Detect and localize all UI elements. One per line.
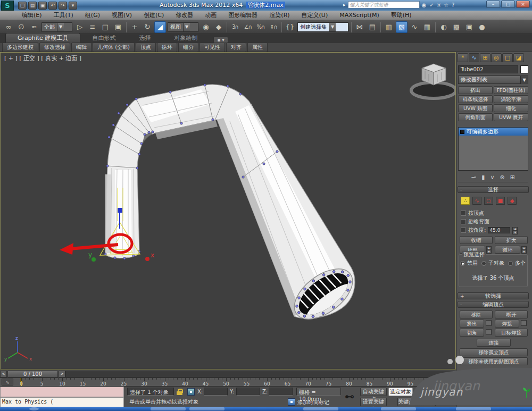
render-setup-icon[interactable]: ▩ [451,21,462,33]
bind-to-space-warp-icon[interactable]: ≈ [28,21,40,33]
taskbar-app[interactable] [303,407,338,410]
menu-item-4[interactable]: 创建(C) [138,11,170,20]
start-orb[interactable] [29,407,39,410]
y-coord-field[interactable] [236,388,260,396]
chevron-down-icon[interactable]: ▼ [57,23,64,31]
create-tab[interactable]: * [458,53,468,62]
modifier-shortcut-button-3[interactable]: 涡轮平滑 [494,95,528,103]
select-by-name-icon[interactable]: ≡ [87,21,98,33]
rectangular-selection-region-icon[interactable]: □ [99,21,111,33]
menu-item-10[interactable]: MAXScript(M) [334,11,385,20]
close-button[interactable]: × [516,1,530,8]
modifier-shortcut-button-0[interactable]: 挤出 [458,86,493,94]
weld-settings-icon[interactable] [521,320,527,326]
modifier-shortcut-button-1[interactable]: FFD(圆柱体) [494,86,528,94]
element-subobject-icon[interactable]: ◆ [508,197,517,205]
edge-subobject-icon[interactable]: ∿ [472,197,481,205]
modifier-shortcut-button-4[interactable]: UVW 贴图 [458,104,493,112]
shrink-button[interactable]: 收缩 [460,236,493,244]
mirror-icon[interactable]: ⋈ [354,21,365,33]
set-key-button[interactable]: 设置关键点 [360,398,387,406]
remove-vertex-button[interactable]: 移除 [460,311,493,318]
redo-icon[interactable]: ↷ [59,2,67,10]
menu-item-7[interactable]: 图形编辑器 [222,11,263,20]
select-and-move-icon[interactable]: + [129,21,140,33]
hierarchy-tab[interactable]: ⊞ [480,53,491,62]
maxscript-mini-listener[interactable] [0,387,124,397]
undo-icon[interactable]: ↶ [48,2,57,10]
connect-button[interactable]: 连接 [477,339,511,347]
toolbar-options-icon[interactable]: ▾ [69,2,77,10]
unlink-selection-icon[interactable]: ∅ [15,21,27,33]
edit-named-selection-sets-icon[interactable]: {} [284,21,296,33]
modifier-stack[interactable]: 可编辑多边形 [458,127,528,171]
layer-manager-icon[interactable]: ▥ [383,21,395,33]
app-logo-icon[interactable]: S [1,1,14,11]
by-angle-checkbox[interactable]: 按角度: 45.0 ▲▼ [461,227,518,234]
menu-item-9[interactable]: 自定义(U) [296,11,334,20]
preview-radio-0[interactable]: 禁用 [460,259,478,267]
ribbon-panel-3[interactable]: 几何体 (全部) [93,43,135,52]
new-file-icon[interactable]: □ [18,2,27,10]
make-unique-icon[interactable]: ∨ [490,174,494,181]
angle-snap-icon[interactable]: ∠∩ [242,21,254,33]
loop-spinner[interactable]: ▲▼ [521,246,527,253]
favorites-star-icon[interactable]: ☆ [444,2,448,8]
time-slider-track[interactable] [65,371,456,378]
ribbon-tab-3[interactable]: 对象绘制 [162,33,209,43]
menu-item-6[interactable]: 动画 [199,11,222,20]
by-angle-field[interactable]: 45.0 [488,227,510,233]
viewport-label[interactable]: [ + ] [ 正交 ] [ 真实 + 边面 ] [4,54,81,62]
time-slider-handle[interactable]: 0 / 100 [7,371,58,378]
ring-spinner[interactable]: ▲▼ [486,246,492,253]
search-go-icon[interactable]: ▸ [343,2,346,7]
menu-item-3[interactable]: 视图(V) [106,11,138,20]
ribbon-panel-4[interactable]: 顶点 [136,43,156,52]
add-time-tag[interactable]: 添加时间标记 [297,399,329,406]
target-weld-button[interactable]: 目标焊接 [495,329,528,337]
communication-center-icon[interactable]: ¤ [437,2,440,8]
rollout-selection[interactable]: -选择 [458,186,529,193]
chamfer-button[interactable]: 切角 [460,329,484,337]
extrude-button[interactable]: 挤出 [460,320,484,328]
ribbon-tab-2[interactable]: 选择 [127,33,162,43]
help-icon[interactable]: ? [452,2,454,8]
extrude-settings-icon[interactable] [486,320,492,326]
ribbon-tab-0[interactable]: Graphite 建模工具 [5,33,80,43]
mini-curve-editor-icon[interactable]: ∿ [2,379,13,385]
material-editor-icon[interactable]: ◐ [438,21,450,33]
select-and-manipulate-icon[interactable]: ◆ [213,21,225,33]
modifier-shortcut-button-7[interactable]: UVW 展开 [494,113,528,121]
chamfer-settings-icon[interactable] [486,329,492,335]
menu-item-5[interactable]: 修改器 [170,11,199,20]
graphite-ribbon-toggle-icon[interactable]: ▧ [396,21,408,33]
reference-coordinate-dropdown[interactable]: 视图▼ [168,22,198,32]
border-subobject-icon[interactable]: ○ [484,197,493,205]
ribbon-panel-6[interactable]: 细分 [178,43,198,52]
configure-modifier-sets-icon[interactable]: ⊞ [510,174,515,181]
ribbon-panel-9[interactable]: 属性 [247,43,268,52]
ribbon-panel-2[interactable]: 编辑 [71,43,92,52]
ribbon-panel-1[interactable]: 修改选择 [39,43,70,52]
grow-button[interactable]: 扩大 [495,236,528,244]
object-color-swatch[interactable] [520,65,528,73]
curve-editor-icon[interactable]: ∿ [409,21,420,33]
menu-item-11[interactable]: 帮助(H) [385,11,418,20]
schematic-view-icon[interactable]: ▦ [421,21,433,33]
gizmo-handle[interactable] [118,208,122,213]
open-file-icon[interactable]: ▤ [28,2,37,10]
percent-snap-icon[interactable]: %∩ [255,21,267,33]
vertex-subobject-icon[interactable]: ∴ [461,197,470,205]
spinner-snap-icon[interactable]: ⇕∩ [268,21,279,33]
ribbon-panel-8[interactable]: 对齐 [226,43,246,52]
minimize-button[interactable]: – [486,1,500,8]
modifier-shortcut-button-6[interactable]: 倒角剖面 [458,113,493,121]
by-vertex-checkbox[interactable]: 按顶点 [461,209,484,217]
ribbon-panel-5[interactable]: 循环 [157,43,177,52]
align-icon[interactable]: ▤ [367,21,378,33]
ignore-backfacing-checkbox[interactable]: 忽略背面 [461,218,489,225]
x-coord-field[interactable] [204,388,228,396]
display-tab[interactable]: □ [502,53,513,62]
prev-frame-button[interactable]: < [0,371,7,378]
selection-lock-icon[interactable] [177,389,183,395]
